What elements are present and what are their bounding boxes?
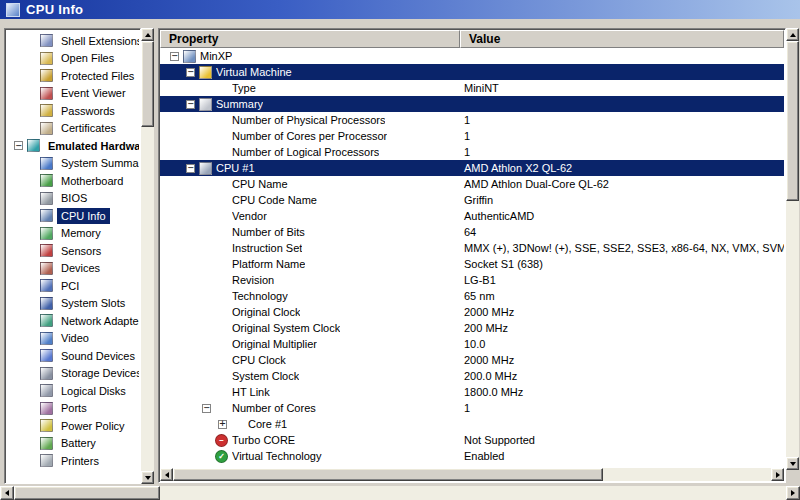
sidebar-item-sound-devices[interactable]: Sound Devices bbox=[6, 347, 140, 365]
details-hscrollbar-thumb[interactable] bbox=[173, 468, 603, 481]
details-scroll-up-button[interactable] bbox=[786, 28, 799, 41]
table-row-original-multiplier[interactable]: Original Multiplier10.0 bbox=[160, 336, 784, 352]
table-row-virtual-technology[interactable]: ✓Virtual TechnologyEnabled bbox=[160, 448, 784, 464]
sidebar-item-cpu-info[interactable]: CPU Info bbox=[6, 207, 140, 225]
table-row-cpu-code-name[interactable]: CPU Code NameGriffin bbox=[160, 192, 784, 208]
sidebar-scrollbar[interactable] bbox=[141, 28, 154, 484]
sound-devices-icon bbox=[40, 349, 53, 362]
sidebar-item-label: Video bbox=[57, 330, 93, 346]
sidebar-item-event-viewer[interactable]: Event Viewer bbox=[6, 85, 140, 103]
table-row-revision[interactable]: RevisionLG-B1 bbox=[160, 272, 784, 288]
title-bar: CPU Info bbox=[0, 0, 800, 19]
table-row-original-system-clock[interactable]: Original System Clock200 MHz bbox=[160, 320, 784, 336]
sidebar-item-network-adapters[interactable]: Network Adapters bbox=[6, 312, 140, 330]
table-row-type[interactable]: TypeMiniNT bbox=[160, 80, 784, 96]
property-label: CPU Name bbox=[232, 178, 288, 190]
sidebar-item-label: Logical Disks bbox=[57, 383, 130, 399]
table-row-system-clock[interactable]: System Clock200.0 MHz bbox=[160, 368, 784, 384]
sidebar-item-emulated-hardware[interactable]: −Emulated Hardware bbox=[6, 137, 140, 155]
sidebar-item-shell-extensions[interactable]: Shell Extensions bbox=[6, 32, 140, 50]
table-row-technology[interactable]: Technology65 nm bbox=[160, 288, 784, 304]
sidebar-item-devices[interactable]: Devices bbox=[6, 260, 140, 278]
property-label: Original Multiplier bbox=[232, 338, 317, 350]
window-hscrollbar-thumb[interactable] bbox=[14, 486, 160, 500]
details-scroll-down-button[interactable] bbox=[786, 457, 799, 470]
tree-expand-box[interactable]: + bbox=[218, 420, 227, 429]
sidebar-item-ports[interactable]: Ports bbox=[6, 400, 140, 418]
sidebar-item-memory[interactable]: Memory bbox=[6, 225, 140, 243]
sidebar-item-video[interactable]: Video bbox=[6, 330, 140, 348]
sidebar-item-label: Certificates bbox=[57, 120, 120, 136]
details-horizontal-scrollbar[interactable] bbox=[160, 468, 784, 481]
sidebar-item-sensors[interactable]: Sensors bbox=[6, 242, 140, 260]
summary-icon bbox=[199, 98, 212, 111]
indent-spacer bbox=[202, 344, 215, 345]
table-row-number-of-physical-processors[interactable]: Number of Physical Processors1 bbox=[160, 112, 784, 128]
table-header: Property Value bbox=[160, 30, 784, 48]
sidebar-scroll-down-button[interactable] bbox=[141, 471, 154, 484]
table-row-platform-name[interactable]: Platform NameSocket S1 (638) bbox=[160, 256, 784, 272]
sidebar-item-printers[interactable]: Printers bbox=[6, 452, 140, 470]
indent-spacer bbox=[202, 296, 215, 297]
table-row-summary[interactable]: −Summary bbox=[160, 96, 784, 112]
sidebar-item-bios[interactable]: BIOS bbox=[6, 190, 140, 208]
sidebar-item-logical-disks[interactable]: Logical Disks bbox=[6, 382, 140, 400]
sidebar-item-open-files[interactable]: Open Files bbox=[6, 50, 140, 68]
property-label: Number of Bits bbox=[232, 226, 305, 238]
window-scroll-left-button[interactable] bbox=[0, 486, 14, 500]
details-vertical-scrollbar[interactable] bbox=[786, 28, 799, 470]
tree-collapse-box[interactable]: − bbox=[202, 404, 211, 413]
sidebar-item-system-summary[interactable]: System Summary bbox=[6, 155, 140, 173]
sidebar-item-storage-devices[interactable]: Storage Devices bbox=[6, 365, 140, 383]
indent-spacer bbox=[215, 328, 232, 329]
table-row-minxp[interactable]: −MinXP bbox=[160, 48, 784, 64]
sidebar-item-power-policy[interactable]: Power Policy bbox=[6, 417, 140, 435]
sidebar-item-protected-files[interactable]: Protected Files bbox=[6, 67, 140, 85]
property-cell: Number of Cores per Processor bbox=[160, 130, 460, 142]
indent-spacer bbox=[215, 344, 232, 345]
details-scroll-right-button[interactable] bbox=[771, 468, 784, 481]
details-vscrollbar-thumb[interactable] bbox=[786, 41, 799, 201]
table-row-ht-link[interactable]: HT Link1800.0 MHz bbox=[160, 384, 784, 400]
table-row-number-of-cores[interactable]: −Number of Cores1 bbox=[160, 400, 784, 416]
table-row-number-of-cores-per-processor[interactable]: Number of Cores per Processor1 bbox=[160, 128, 784, 144]
sidebar-scroll-up-button[interactable] bbox=[141, 28, 154, 41]
table-row-number-of-bits[interactable]: Number of Bits64 bbox=[160, 224, 784, 240]
property-label: CPU Clock bbox=[232, 354, 286, 366]
table-row-vendor[interactable]: VendorAuthenticAMD bbox=[160, 208, 784, 224]
table-row-original-clock[interactable]: Original Clock2000 MHz bbox=[160, 304, 784, 320]
property-cell: Original Clock bbox=[160, 306, 460, 318]
column-header-value[interactable]: Value bbox=[460, 30, 784, 48]
sidebar-item-motherboard[interactable]: Motherboard bbox=[6, 172, 140, 190]
sidebar-scrollbar-thumb[interactable] bbox=[141, 41, 154, 127]
column-header-property[interactable]: Property bbox=[160, 30, 460, 48]
table-row-cpu-1[interactable]: −CPU #1AMD Athlon X2 QL-62 bbox=[160, 160, 784, 176]
ports-icon bbox=[40, 402, 53, 415]
tree-collapse-box[interactable]: − bbox=[186, 100, 195, 109]
tree-collapse-box[interactable]: − bbox=[14, 141, 23, 150]
table-row-cpu-name[interactable]: CPU NameAMD Athlon Dual-Core QL-62 bbox=[160, 176, 784, 192]
table-row-instruction-set[interactable]: Instruction SetMMX (+), 3DNow! (+), SSE,… bbox=[160, 240, 784, 256]
window-horizontal-scrollbar[interactable] bbox=[0, 486, 800, 500]
tree-collapse-box[interactable]: − bbox=[186, 164, 195, 173]
sidebar-item-battery[interactable]: Battery bbox=[6, 435, 140, 453]
sidebar-item-passwords[interactable]: Passwords bbox=[6, 102, 140, 120]
window-scroll-right-button[interactable] bbox=[786, 486, 800, 500]
sidebar-item-pci[interactable]: PCI bbox=[6, 277, 140, 295]
table-row-number-of-logical-processors[interactable]: Number of Logical Processors1 bbox=[160, 144, 784, 160]
sidebar-item-certificates[interactable]: Certificates bbox=[6, 120, 140, 138]
battery-icon bbox=[40, 437, 53, 450]
table-row-virtual-machine[interactable]: −Virtual Machine bbox=[160, 64, 784, 80]
power-policy-icon bbox=[40, 419, 53, 432]
table-row-cpu-clock[interactable]: CPU Clock2000 MHz bbox=[160, 352, 784, 368]
indent-spacer bbox=[202, 392, 215, 393]
property-label: CPU #1 bbox=[216, 162, 255, 174]
table-row-turbo-core[interactable]: −Turbo CORENot Supported bbox=[160, 432, 784, 448]
processor-icon bbox=[199, 162, 212, 175]
tree-collapse-box[interactable]: − bbox=[186, 68, 195, 77]
table-row-core-1[interactable]: +Core #1 bbox=[160, 416, 784, 432]
sidebar-item-system-slots[interactable]: System Slots bbox=[6, 295, 140, 313]
tree-collapse-box[interactable]: − bbox=[170, 52, 179, 61]
property-cell: Original Multiplier bbox=[160, 338, 460, 350]
details-scroll-left-button[interactable] bbox=[160, 468, 173, 481]
